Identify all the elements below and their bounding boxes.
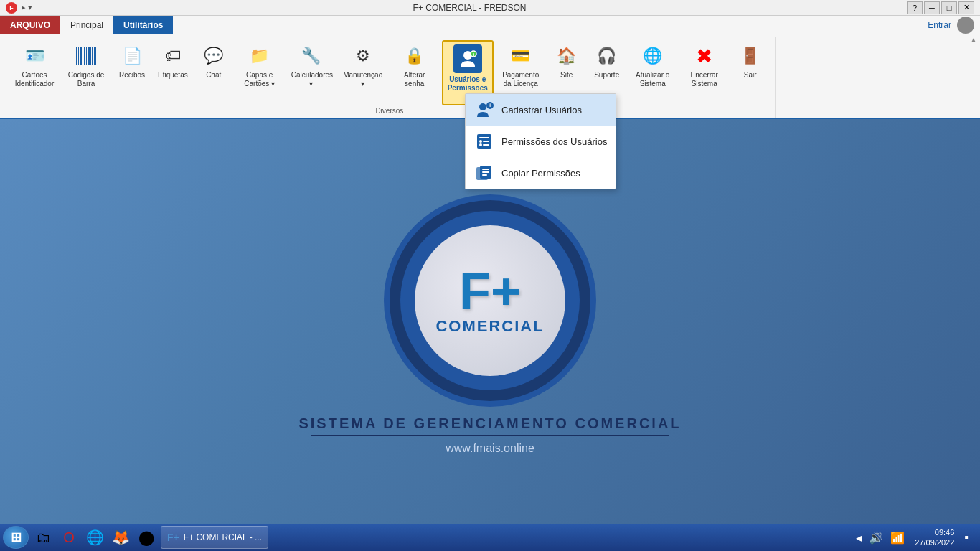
taskbar-ie[interactable]: 🌐 (83, 526, 106, 549)
entrar-button[interactable]: Entrar (928, 20, 951, 30)
minimize-button[interactable]: ─ (924, 1, 940, 14)
svg-rect-1 (78, 47, 79, 65)
sair-label: Sair (744, 71, 757, 80)
permissoes-usuarios-icon (474, 131, 494, 151)
ribbon-btn-alterar-senha[interactable]: 🔒 Alterar senha (390, 40, 439, 105)
system-clock[interactable]: 09:46 27/09/2022 (910, 527, 958, 548)
user-avatar[interactable] (957, 17, 974, 34)
ribbon-btn-etiquetas[interactable]: 🏷 Etiquetas (154, 40, 192, 105)
cartoes-label: Cartões Identificador (14, 71, 55, 88)
encerrar-sistema-label: Encerrar Sistema (684, 71, 725, 88)
suporte-label: Suporte (594, 71, 619, 80)
menu-bar: ARQUIVO Principal Utilitários Entrar (0, 16, 980, 34)
svg-rect-5 (86, 47, 87, 65)
manutencao-icon: ⚙ (350, 43, 376, 69)
app-icon: F (6, 2, 17, 14)
recibos-label: Recibos (119, 71, 145, 80)
ribbon-btn-sair[interactable]: 🚪 Sair (732, 40, 769, 105)
calculadores-icon: 🔧 (298, 43, 324, 69)
copiar-permissoes-label: Copiar Permissões (501, 168, 580, 179)
svg-rect-0 (76, 47, 77, 65)
tray-chevron[interactable]: ◂ (853, 529, 864, 546)
ribbon-btn-encerrar-sistema[interactable]: ✖ Encerrar Sistema (680, 40, 729, 105)
svg-rect-21 (483, 144, 489, 146)
logo-middle-ring: F+ COMERCIAL (400, 211, 580, 390)
ribbon-group-label: Diversos (375, 105, 403, 115)
show-desktop-btn[interactable]: ▪ (961, 529, 971, 545)
etiquetas-label: Etiquetas (158, 71, 188, 80)
svg-rect-7 (90, 47, 91, 65)
taskbar-opera[interactable]: O (57, 526, 80, 549)
logo-comercial: COMERCIAL (435, 317, 544, 336)
encerrar-sistema-icon: ✖ (692, 43, 717, 69)
system-tray: ◂ 🔊 📶 (853, 529, 908, 546)
site-icon: 🏠 (554, 43, 580, 69)
svg-rect-2 (80, 47, 82, 65)
logo-fplus: F+ (459, 265, 521, 317)
ribbon-btn-cartoes[interactable]: 🪪 Cartões Identificador (10, 40, 59, 105)
svg-point-18 (479, 140, 482, 143)
svg-point-13 (479, 103, 486, 110)
svg-rect-19 (483, 141, 489, 142)
clock-time: 09:46 (935, 527, 955, 537)
ribbon-collapse-btn[interactable]: ▲ (970, 36, 977, 44)
copiar-permissoes-icon (474, 163, 494, 183)
ribbon-btn-chat[interactable]: 💬 Chat (195, 40, 232, 105)
dropdown-item-copiar-permissoes[interactable]: Copiar Permissões (466, 157, 616, 189)
ribbon-btn-calculadores[interactable]: 🔧 Calculadores ▾ (287, 40, 336, 105)
logo-outer-ring: F+ COMERCIAL (390, 200, 590, 401)
svg-rect-8 (92, 47, 93, 65)
website-url: www.fmais.online (298, 442, 681, 455)
ribbon-btn-capas-cartoes[interactable]: 📁 Capas e Cartões ▾ (235, 40, 284, 105)
usuarios-permissoes-icon: + (453, 44, 482, 73)
atualizar-sistema-icon: 🌐 (640, 43, 666, 69)
ribbon-btn-manutencao[interactable]: ⚙ Manutenção ▾ (339, 40, 387, 105)
site-label: Site (560, 71, 573, 80)
permissoes-usuarios-label: Permissões dos Usuários (501, 136, 607, 147)
taskbar: ⊞ 🗂 O 🌐 🦊 ⬤ F+ F+ COMERCIAL - ... ◂ 🔊 📶 … (0, 524, 980, 551)
taskbar-app-fmais[interactable]: F+ F+ COMERCIAL - ... (161, 526, 268, 549)
tray-volume[interactable]: 🔊 (866, 529, 886, 546)
quick-access: ▸ ▾ (22, 3, 32, 12)
taskbar-chrome[interactable]: ⬤ (135, 526, 158, 549)
tray-network[interactable]: 📶 (887, 529, 908, 546)
close-button[interactable]: ✕ (958, 1, 974, 14)
recibos-icon: 📄 (119, 43, 145, 69)
svg-text:+: + (472, 52, 476, 58)
chat-icon: 💬 (201, 43, 227, 69)
tagline-underline (311, 435, 669, 436)
menu-arquivo[interactable]: ARQUIVO (0, 16, 60, 34)
logo-inner: F+ COMERCIAL (415, 225, 565, 376)
svg-rect-17 (479, 137, 489, 138)
help-button[interactable]: ? (907, 1, 923, 14)
logo-container: F+ COMERCIAL SISTEMA DE GERENCIAMENTO CO… (298, 200, 681, 455)
ribbon-btn-atualizar-sistema[interactable]: 🌐 Atualizar o Sistema (628, 40, 677, 105)
ribbon-btn-recibos[interactable]: 📄 Recibos (113, 40, 151, 105)
alterar-senha-icon: 🔒 (402, 43, 428, 69)
svg-rect-6 (88, 47, 90, 65)
svg-rect-4 (84, 47, 85, 65)
taskbar-file-explorer[interactable]: 🗂 (32, 526, 55, 549)
sair-icon: 🚪 (738, 43, 763, 69)
maximize-button[interactable]: □ (941, 1, 957, 14)
cadastrar-usuarios-label: Cadastrar Usuários (501, 105, 582, 116)
ribbon-group-diversos: 🪪 Cartões Identificador (4, 37, 776, 118)
etiquetas-icon: 🏷 (160, 43, 186, 69)
capas-cartoes-label: Capas e Cartões ▾ (240, 71, 280, 88)
dropdown-item-cadastrar-usuarios[interactable]: + Cadastrar Usuários (466, 94, 616, 126)
svg-rect-24 (482, 169, 489, 170)
menu-principal[interactable]: Principal (60, 16, 113, 34)
usuarios-permissoes-dropdown: + Cadastrar Usuários Permissões dos Usuá… (465, 93, 616, 189)
taskbar-firefox[interactable]: 🦊 (109, 526, 132, 549)
start-button[interactable]: ⊞ (3, 526, 29, 549)
dropdown-item-permissoes-usuarios[interactable]: Permissões dos Usuários (466, 126, 616, 157)
cartoes-icon: 🪪 (22, 43, 47, 69)
chat-label: Chat (206, 71, 221, 80)
clock-date: 27/09/2022 (915, 537, 954, 547)
svg-rect-25 (482, 171, 489, 173)
menu-utilitarios[interactable]: Utilitários (113, 16, 173, 34)
taskbar-app-label: F+ COMERCIAL - ... (184, 532, 262, 542)
svg-text:+: + (489, 102, 492, 109)
ribbon-btn-codigos-barra[interactable]: Códigos de Barra (62, 40, 110, 105)
cadastrar-usuarios-icon: + (474, 100, 494, 120)
